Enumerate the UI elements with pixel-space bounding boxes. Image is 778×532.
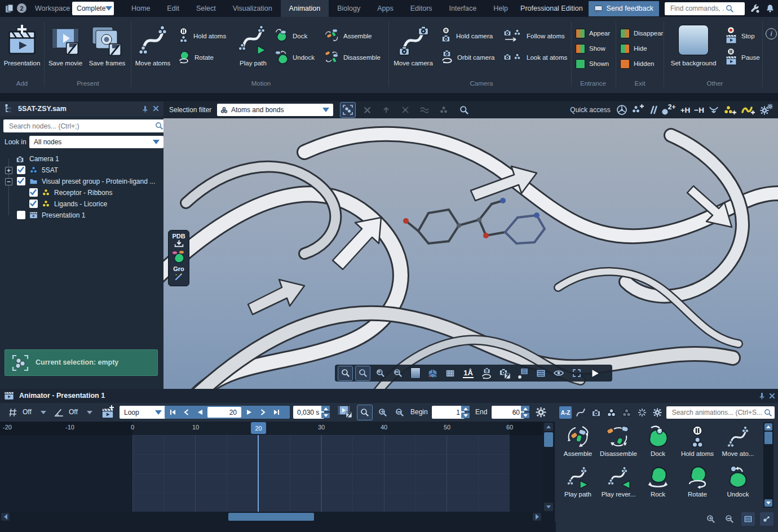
- ion-charge-icon[interactable]: 2+: [662, 104, 677, 116]
- end-spinner[interactable]: [521, 406, 529, 418]
- step-forward-button[interactable]: [256, 406, 269, 419]
- remove-hydrogens-button[interactable]: −H: [694, 106, 704, 114]
- add-ribbon-icon[interactable]: [741, 104, 756, 116]
- search-nodes-box[interactable]: [3, 119, 166, 132]
- bonds-icon[interactable]: [649, 105, 658, 114]
- find-commands-box[interactable]: [665, 2, 745, 15]
- visibility-eye-button[interactable]: [551, 366, 566, 380]
- preset-disassemble[interactable]: Disassemble: [599, 424, 638, 457]
- visibility-checkbox[interactable]: [17, 177, 25, 185]
- scroll-left-button[interactable]: [1, 513, 10, 521]
- expand-selection-button[interactable]: [398, 103, 413, 117]
- shown-button[interactable]: Shown: [576, 57, 609, 70]
- send-feedback-button[interactable]: Send feedback: [589, 1, 659, 16]
- current-frame-field[interactable]: 20: [207, 407, 241, 418]
- edit-keyframes-button[interactable]: [337, 405, 353, 420]
- turntable-camera-button[interactable]: [479, 366, 494, 380]
- group-selection-button[interactable]: [436, 103, 451, 117]
- hidden-button[interactable]: Hidden: [620, 57, 654, 70]
- zoom-selection-button[interactable]: [457, 103, 471, 117]
- select-visible-button[interactable]: [341, 103, 355, 117]
- preset-dock[interactable]: Dock: [638, 424, 678, 457]
- vscroll-thumb[interactable]: [544, 432, 553, 447]
- set-background-button[interactable]: Set background: [670, 25, 717, 66]
- orbit-camera-button[interactable]: Orbit camera: [441, 51, 494, 64]
- move-atoms-button[interactable]: Move atoms: [134, 25, 171, 66]
- hscroll-thumb[interactable]: [228, 513, 314, 521]
- timeline-hscrollbar[interactable]: [0, 512, 542, 522]
- list-view-button[interactable]: [741, 512, 755, 526]
- hide-button[interactable]: Hide: [620, 42, 647, 55]
- sort-az-button[interactable]: A-Z: [559, 406, 572, 419]
- playhead-line[interactable]: [258, 435, 259, 512]
- viewport-3d[interactable]: Selection filter Atoms and bonds: [163, 101, 778, 389]
- angle-snap-icon[interactable]: [54, 408, 64, 417]
- find-commands-input[interactable]: [669, 4, 726, 13]
- look-at-atoms-button[interactable]: Look at atoms: [503, 51, 567, 64]
- play-path-button[interactable]: Play path: [237, 25, 269, 66]
- save-movie-button[interactable]: Save movie: [47, 25, 83, 66]
- visibility-checkbox[interactable]: [17, 166, 25, 174]
- label-button[interactable]: [515, 366, 530, 380]
- pin-icon[interactable]: [758, 392, 766, 400]
- menu-select[interactable]: Select: [188, 0, 224, 17]
- scroll-down-button[interactable]: [764, 499, 772, 507]
- library-zoom-out-button[interactable]: [723, 512, 736, 526]
- interval-spinner[interactable]: [321, 406, 330, 418]
- add-molecule-icon[interactable]: [723, 104, 737, 116]
- render-canvas[interactable]: PDB Gro: [163, 118, 778, 389]
- close-icon[interactable]: [152, 105, 160, 112]
- step-back-button[interactable]: [179, 406, 193, 419]
- move-camera-button[interactable]: Move camera: [392, 25, 434, 66]
- preset-assemble[interactable]: Assemble: [558, 424, 598, 457]
- chevron-down-icon[interactable]: [87, 411, 92, 414]
- skip-to-end-button[interactable]: [269, 406, 283, 419]
- preset-undock[interactable]: Undock: [718, 465, 758, 498]
- preset-rotate[interactable]: Rotate: [678, 465, 717, 498]
- pdb-download-button[interactable]: PDB: [169, 233, 189, 247]
- menu-editors[interactable]: Editors: [402, 0, 441, 17]
- node-view-button[interactable]: [760, 512, 773, 526]
- selection-filter-select[interactable]: Atoms and bonds: [217, 104, 333, 116]
- tree-item-presentation-1[interactable]: Presentation 1: [0, 210, 163, 221]
- search-animations-box[interactable]: [666, 406, 775, 419]
- visibility-checkbox[interactable]: [29, 188, 38, 197]
- follow-atoms-button[interactable]: Follow atoms: [503, 29, 565, 43]
- tree-item-visual-preset-group[interactable]: Visual preset group - Protein-ligand ...: [0, 176, 163, 187]
- tree-item-5sat[interactable]: 5SAT: [0, 165, 163, 176]
- library-zoom-in-button[interactable]: [704, 512, 718, 526]
- grid-snap-value[interactable]: Off: [23, 408, 32, 416]
- current-frame-marker[interactable]: 20: [251, 422, 266, 434]
- scroll-up-button[interactable]: [764, 423, 772, 431]
- menu-animation[interactable]: Animation: [281, 0, 329, 17]
- preset-rock[interactable]: Rock: [638, 465, 678, 498]
- show-button[interactable]: Show: [576, 42, 605, 55]
- save-frames-button[interactable]: Save frames: [86, 25, 129, 66]
- undock-button[interactable]: Undock: [275, 51, 315, 64]
- skip-to-start-button[interactable]: [166, 406, 179, 419]
- end-field[interactable]: 60: [492, 406, 524, 419]
- timeline-zoom-out-button[interactable]: [392, 405, 407, 420]
- begin-spinner[interactable]: [461, 406, 470, 418]
- search-icon[interactable]: [764, 409, 772, 417]
- pause-button[interactable]: Pause: [725, 51, 760, 64]
- stop-button[interactable]: Stop: [725, 29, 755, 43]
- scroll-down-button[interactable]: [544, 503, 553, 511]
- visibility-checkbox[interactable]: [17, 211, 25, 219]
- collapse-icon[interactable]: [5, 178, 12, 185]
- assemble-button[interactable]: Assemble: [325, 29, 372, 43]
- filter-effects-button[interactable]: [635, 406, 648, 419]
- scale-indicator-button[interactable]: 1Å: [461, 366, 476, 380]
- timeline-vscrollbar[interactable]: [542, 422, 555, 522]
- menu-interface[interactable]: Interface: [441, 0, 485, 17]
- appear-button[interactable]: Appear: [576, 26, 610, 40]
- zoom-in-button[interactable]: [373, 366, 387, 380]
- disappear-button[interactable]: Disappear: [620, 26, 663, 40]
- info-panel-button[interactable]: [533, 366, 548, 380]
- hold-atoms-button[interactable]: Hold atoms: [178, 29, 226, 43]
- expand-icon[interactable]: [5, 167, 12, 174]
- search-animations-input[interactable]: [671, 408, 764, 417]
- loop-mode-select[interactable]: Loop: [120, 406, 166, 419]
- snapshot-button[interactable]: [497, 366, 512, 380]
- rotate-button[interactable]: Rotate: [178, 51, 214, 64]
